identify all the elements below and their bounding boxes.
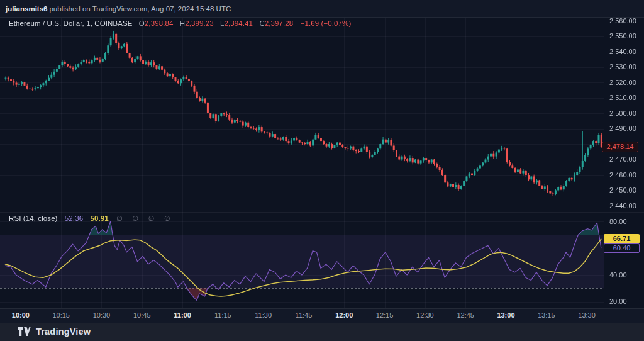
close-label: C bbox=[259, 20, 264, 27]
rsi-axis-label: 80.00 bbox=[609, 218, 627, 226]
time-axis-label: 12:00 bbox=[335, 311, 353, 319]
last-price-badge: 2,478.14 bbox=[602, 142, 638, 152]
tradingview-published-chart: juliansmits6 published on TradingView.co… bbox=[0, 0, 644, 341]
pane-divider[interactable] bbox=[0, 212, 644, 213]
price-axis-label: 2,540.00 bbox=[609, 48, 636, 56]
low-value: 2,394.41 bbox=[225, 20, 253, 27]
brand-name[interactable]: TradingView bbox=[36, 327, 91, 337]
author-username[interactable]: juliansmits6 bbox=[6, 5, 47, 13]
rsi-value-badge: 60.40 bbox=[604, 243, 640, 253]
symbol-info-bar[interactable]: Ethereum / U.S. Dollar, 1, COINBASE O2,3… bbox=[9, 20, 351, 27]
price-chart-canvas[interactable] bbox=[0, 18, 604, 212]
time-axis-label: 11:15 bbox=[214, 311, 231, 319]
price-axis-label: 2,530.00 bbox=[609, 63, 636, 71]
price-axis-label: 2,500.00 bbox=[609, 109, 636, 118]
rsi-axis-label: 40.00 bbox=[609, 271, 627, 279]
price-axis-label: 2,520.00 bbox=[609, 79, 636, 87]
symbol-title: Ethereum / U.S. Dollar, 1, COINBASE bbox=[9, 20, 133, 27]
price-axis-label: 2,490.00 bbox=[609, 125, 636, 133]
attribution-bar: juliansmits6 published on TradingView.co… bbox=[0, 0, 644, 18]
time-axis-label: 11:45 bbox=[296, 311, 313, 319]
attribution-text: published on TradingView.com, Aug 07, 20… bbox=[49, 5, 231, 13]
price-axis-label: 2,470.00 bbox=[609, 155, 636, 164]
price-axis-label: 2,550.00 bbox=[609, 32, 636, 40]
rsi-hidden-inputs: ∅ ∅ ∅ ∅ bbox=[116, 215, 174, 222]
time-axis-label: 10:00 bbox=[12, 311, 30, 319]
tradingview-logo-icon[interactable] bbox=[18, 327, 31, 336]
price-axis[interactable]: 2,560.002,550.002,540.002,530.002,520.00… bbox=[604, 18, 644, 308]
price-axis-label: 2,440.00 bbox=[609, 202, 636, 210]
rsi-current-value: 52.36 bbox=[65, 215, 83, 222]
time-axis-label: 12:15 bbox=[376, 311, 394, 319]
price-axis-label: 2,450.00 bbox=[609, 186, 636, 194]
price-axis-label: 2,510.00 bbox=[609, 94, 636, 102]
time-axis-label: 10:15 bbox=[52, 311, 70, 319]
time-axis-label: 10:45 bbox=[133, 311, 151, 319]
time-axis-label: 13:00 bbox=[497, 311, 514, 319]
rsi-pane-canvas[interactable] bbox=[0, 212, 604, 308]
rsi-title: RSI (14, close) bbox=[9, 215, 58, 222]
time-axis-label: 10:30 bbox=[93, 311, 111, 319]
rsi-ma-badge: 66.71 bbox=[604, 234, 640, 243]
time-axis[interactable]: 10:0010:1510:3010:4511:0011:1511:3011:45… bbox=[0, 308, 644, 323]
time-axis-label: 13:30 bbox=[578, 311, 596, 319]
rsi-ma-current-value: 50.91 bbox=[90, 215, 108, 222]
price-axis-label: 2,460.00 bbox=[609, 171, 636, 179]
open-label: O bbox=[139, 20, 145, 27]
close-value: 2,397.28 bbox=[265, 20, 294, 27]
time-axis-label: 12:45 bbox=[457, 311, 474, 319]
brand-footer: TradingView bbox=[0, 322, 644, 341]
high-value: 2,399.23 bbox=[185, 20, 214, 27]
time-axis-label: 13:15 bbox=[538, 311, 555, 319]
time-axis-label: 11:30 bbox=[255, 311, 272, 319]
rsi-info-bar[interactable]: RSI (14, close) 52.36 50.91 ∅ ∅ ∅ ∅ bbox=[9, 214, 174, 223]
change-value: −1.69 (−0.07%) bbox=[301, 20, 352, 27]
rsi-axis-label: 20.00 bbox=[609, 298, 627, 306]
high-label: H bbox=[180, 20, 185, 27]
price-axis-label: 2,560.00 bbox=[609, 17, 636, 25]
time-axis-label: 11:00 bbox=[174, 311, 191, 319]
time-axis-label: 12:30 bbox=[416, 311, 434, 319]
open-value: 2,398.84 bbox=[145, 20, 174, 27]
